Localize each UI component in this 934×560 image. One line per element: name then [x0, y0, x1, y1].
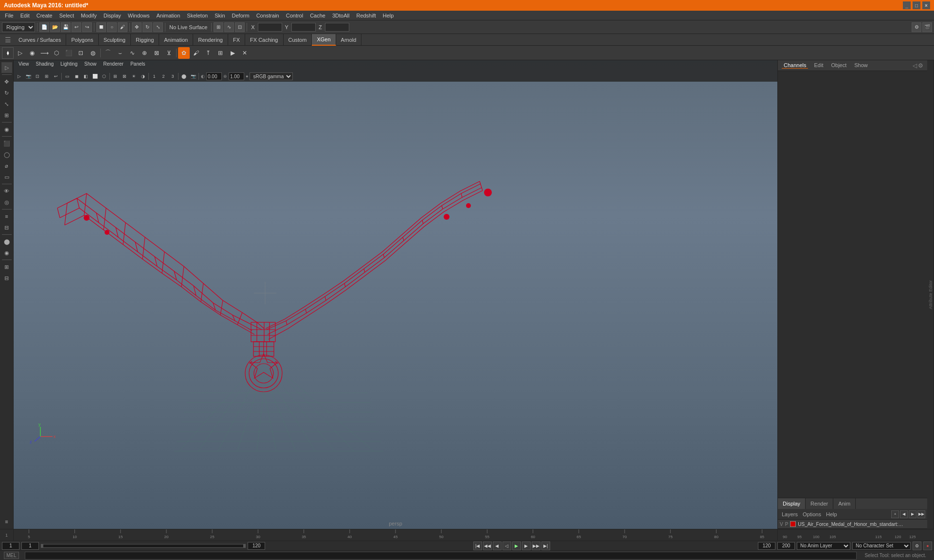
layer-item[interactable]: V P US_Air_Force_Medal_of_Honor_mb_stand… [778, 520, 927, 529]
vp-xray-btn[interactable]: ⬡ [100, 72, 108, 81]
vp-hud-btn[interactable]: ⊠ [120, 72, 129, 81]
prev-layer-button[interactable]: ◀ [900, 510, 908, 518]
menu-control[interactable]: Control [283, 11, 306, 20]
snap-point-button[interactable]: ⊡ [235, 22, 245, 32]
close-button[interactable]: × [922, 1, 930, 9]
display-layer-button[interactable]: ⊟ [1, 222, 12, 233]
menu-3dtoall[interactable]: 3DtoAll [329, 11, 352, 20]
render-button[interactable]: ⬤ [1, 236, 12, 247]
vp-res3-btn[interactable]: 3 [168, 72, 177, 81]
rotate-tool-button[interactable]: ↻ [143, 22, 152, 32]
misc-button-2[interactable]: ⊟ [1, 273, 12, 283]
skip-end-button[interactable]: ▶| [541, 542, 550, 550]
sculpt-button[interactable]: ◉ [1, 124, 12, 135]
play-forward-button[interactable]: ▶ [512, 542, 521, 550]
channel-box-toggle[interactable]: ≡ [1, 516, 12, 527]
snap-grid-button[interactable]: ⊞ [214, 22, 223, 32]
tab-toggle-button[interactable]: ☰ [2, 34, 14, 46]
timeline-area[interactable]: 1 5 10 15 20 25 30 35 40 [0, 529, 934, 541]
snap-curve-button[interactable]: ∿ [224, 22, 234, 32]
render-view-button[interactable]: 🎬 [922, 22, 932, 32]
char-set-settings[interactable]: ⚙ [913, 542, 921, 550]
tab-polygons[interactable]: Polygons [66, 34, 98, 46]
select-mode-button[interactable]: ▷ [1, 62, 12, 73]
vp-res2-btn[interactable]: 2 [159, 72, 168, 81]
scale-mode-button[interactable]: ⤡ [1, 99, 12, 109]
command-line-input[interactable] [25, 552, 857, 560]
exposure-input[interactable]: 0.00 [206, 72, 222, 80]
rotate-mode-button[interactable]: ↻ [1, 88, 12, 98]
poly-cyl-button[interactable]: ⌀ [1, 160, 12, 171]
step-back-button[interactable]: ◀ [493, 542, 502, 550]
menu-constrain[interactable]: Constrain [253, 11, 282, 20]
minimize-button[interactable]: _ [903, 1, 911, 9]
vp-flat-btn[interactable]: ◧ [81, 72, 90, 81]
y-coord-input[interactable] [291, 23, 316, 32]
anim-layer-select[interactable]: No Anim Layer [797, 542, 850, 550]
preview-icon[interactable]: ▶ [227, 47, 238, 59]
rp-display-tab[interactable]: Display [778, 498, 806, 509]
menu-skin[interactable]: Skin [212, 11, 228, 20]
scale-tool-button[interactable]: ⤡ [153, 22, 163, 32]
rp-layers-tab[interactable]: Layers [780, 511, 800, 517]
rp-tab-show[interactable]: Show [852, 62, 870, 69]
tab-sculpting[interactable]: Sculpting [99, 34, 131, 46]
menu-file[interactable]: File [2, 11, 17, 20]
small-icon-1[interactable]: ⧫ [2, 47, 14, 59]
anim-end-input[interactable]: 120 [758, 542, 775, 550]
gain-input[interactable]: 1.00 [229, 72, 244, 80]
vp-shadow-btn[interactable]: ◑ [139, 72, 147, 81]
rp-help-tab[interactable]: Help [824, 511, 839, 517]
tab-fx[interactable]: FX [228, 34, 245, 46]
poly-sphere-button[interactable]: ◯ [1, 149, 12, 160]
open-scene-button[interactable]: 📂 [50, 22, 60, 32]
xgen-active-icon[interactable]: ✿ [178, 47, 190, 59]
layer-color-swatch[interactable] [790, 521, 796, 527]
select-icon[interactable]: ▷ [14, 47, 26, 59]
vertex-icon[interactable]: ◉ [26, 47, 38, 59]
layer-visibility-label[interactable]: V [780, 522, 783, 527]
ipr-render-button[interactable]: ◉ [1, 247, 12, 258]
skip-layer-button[interactable]: ▶▶ [917, 510, 925, 518]
vp-panels-menu[interactable]: Panels [127, 61, 148, 70]
rp-tab-channels[interactable]: Channels [782, 62, 808, 69]
poly-cube-button[interactable]: ⬛ [1, 138, 12, 149]
character-set-select[interactable]: No Character Set [852, 542, 911, 550]
range-end-input[interactable]: 120 [248, 542, 265, 550]
rp-anim-tab[interactable]: Anim [833, 498, 856, 509]
paint-sel-button[interactable]: 🖌 [118, 22, 127, 32]
new-scene-button[interactable]: 📄 [39, 22, 49, 32]
viewport-canvas[interactable]: .wf-line { stroke: #cc0022; stroke-width… [14, 82, 777, 529]
vp-select-btn[interactable]: ▷ [15, 72, 23, 81]
z-coord-input[interactable] [325, 23, 349, 32]
tab-xgen[interactable]: XGen [312, 34, 336, 46]
current-frame-input[interactable]: 1 [21, 542, 39, 550]
delete-icon[interactable]: ✕ [239, 47, 251, 59]
menu-windows[interactable]: Windows [125, 11, 153, 20]
poly-plane-button[interactable]: ▭ [1, 172, 12, 182]
show-hide-button[interactable]: 👁 [1, 186, 12, 196]
menu-edit[interactable]: Edit [18, 11, 33, 20]
tab-rendering[interactable]: Rendering [193, 34, 228, 46]
vp-snapshot-btn[interactable]: 📷 [189, 72, 198, 81]
tab-fx-caching[interactable]: FX Caching [245, 34, 283, 46]
vp-wire-btn[interactable]: ▭ [63, 72, 72, 81]
menu-display[interactable]: Display [101, 11, 124, 20]
transform-mode-button[interactable]: ⊞ [1, 110, 12, 121]
edge-icon[interactable]: ⟶ [38, 47, 50, 59]
add-layer-button[interactable]: + [891, 510, 899, 518]
select-tool-button[interactable]: 🔲 [96, 22, 106, 32]
rp-tab-edit[interactable]: Edit [812, 62, 825, 69]
anim-end2-input[interactable]: 200 [777, 542, 795, 550]
menu-select[interactable]: Select [56, 11, 77, 20]
face-icon[interactable]: ⬡ [51, 47, 62, 59]
rp-tab-object[interactable]: Object [829, 62, 848, 69]
misc-button-1[interactable]: ⊞ [1, 262, 12, 272]
tab-rigging[interactable]: Rigging [131, 34, 159, 46]
rp-collapse-button[interactable]: ◁ [913, 62, 917, 69]
mode-selector[interactable]: Rigging [2, 22, 35, 32]
move-mode-button[interactable]: ✥ [1, 76, 12, 87]
uv-icon[interactable]: ⊡ [75, 47, 87, 59]
vp-frame-all-btn[interactable]: ⊡ [33, 72, 42, 81]
skin-icon[interactable]: ⊠ [151, 47, 162, 59]
